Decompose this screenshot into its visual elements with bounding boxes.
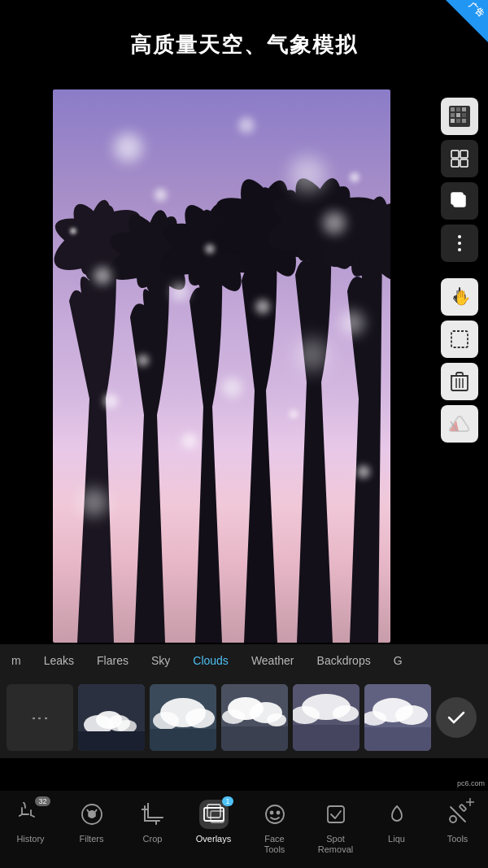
cloud-thumb-1-svg — [78, 684, 145, 751]
svg-rect-44 — [451, 159, 459, 167]
bottom-tool-tools[interactable]: Tools — [430, 799, 486, 844]
filter-sky[interactable]: Sky — [140, 644, 181, 677]
svg-rect-45 — [460, 159, 468, 167]
liquify-icon-container — [381, 799, 412, 830]
erase-button[interactable] — [441, 405, 478, 443]
title-area: 高质量天空、气象模拟 — [0, 0, 488, 89]
svg-point-49 — [458, 242, 461, 245]
svg-point-83 — [395, 705, 428, 725]
thumb-1[interactable] — [78, 684, 145, 751]
history-label: History — [16, 834, 44, 844]
liquify-icon — [386, 803, 408, 826]
svg-point-67 — [153, 712, 179, 730]
texture-button[interactable] — [441, 98, 478, 135]
bottom-toolbar: 32 History Filters Crop — [0, 791, 488, 868]
svg-rect-43 — [460, 150, 468, 158]
plus-icon — [465, 797, 475, 807]
history-icon-container: 32 — [15, 799, 46, 830]
svg-point-74 — [267, 713, 286, 726]
overlays-label: Overlays — [196, 834, 231, 844]
copy-button[interactable] — [441, 182, 478, 220]
svg-rect-64 — [78, 731, 145, 751]
filter-category-strip: m Leaks Flares Sky Clouds Weather Backdr… — [0, 644, 488, 677]
crop-label: Crop — [143, 834, 163, 844]
crop-icon-container — [137, 799, 168, 830]
main-canvas[interactable] — [53, 89, 390, 643]
history-badge: 32 — [35, 796, 50, 806]
tools-icon-container — [442, 799, 473, 830]
svg-point-63 — [117, 720, 137, 733]
bottom-tool-history[interactable]: 32 History — [3, 799, 59, 844]
watermark: pc6.com — [454, 778, 488, 789]
cloud-thumb-2-svg — [150, 684, 216, 751]
svg-rect-96 — [328, 806, 344, 822]
ad-badge-text: 广告 — [468, 1, 486, 19]
cloud-thumb-4-svg — [293, 684, 359, 751]
svg-rect-35 — [462, 107, 466, 111]
svg-line-97 — [451, 807, 465, 822]
svg-rect-85 — [364, 727, 431, 751]
right-toolbar: ✋ — [441, 98, 481, 443]
svg-rect-47 — [451, 193, 463, 204]
svg-rect-39 — [451, 119, 455, 123]
svg-point-95 — [277, 812, 279, 814]
move-button[interactable]: ✋ — [441, 278, 478, 316]
select-button[interactable] — [441, 321, 478, 358]
thumb-4[interactable] — [293, 684, 359, 751]
filter-m[interactable]: m — [0, 644, 33, 677]
svg-point-73 — [222, 709, 245, 724]
crop-icon — [142, 803, 164, 826]
thumb-5[interactable] — [364, 684, 431, 751]
bottom-tool-overlays[interactable]: 1 Overlays — [186, 799, 242, 844]
svg-rect-40 — [456, 119, 460, 123]
svg-rect-33 — [451, 107, 455, 111]
svg-rect-42 — [451, 150, 459, 158]
filter-clouds[interactable]: Clouds — [181, 644, 240, 677]
bottom-tool-filters[interactable]: Filters — [64, 799, 120, 844]
svg-point-93 — [266, 805, 284, 823]
thumb-3[interactable] — [221, 684, 288, 751]
bottom-tool-spot[interactable]: Spot Removal — [308, 799, 364, 854]
confirm-button[interactable] — [436, 697, 477, 738]
svg-point-68 — [185, 709, 215, 728]
svg-rect-80 — [293, 725, 359, 751]
more-dots-icon: ⋮ — [29, 709, 50, 726]
sky-background — [53, 89, 390, 643]
svg-rect-38 — [462, 113, 466, 117]
face-label: Face — [264, 834, 284, 844]
overlays-icon-container: 1 — [198, 799, 229, 830]
bottom-tool-liquify[interactable]: Liqu — [369, 799, 425, 844]
liquify-label: Liqu — [388, 834, 405, 844]
spot-label2: Removal — [318, 844, 353, 854]
face-label2: Tools — [264, 844, 285, 854]
filters-icon — [80, 802, 104, 827]
delete-button[interactable] — [441, 363, 478, 400]
filter-g[interactable]: G — [382, 644, 414, 677]
thumb-more[interactable]: ⋮ — [7, 684, 73, 751]
svg-point-99 — [450, 816, 456, 822]
svg-rect-34 — [456, 107, 460, 111]
filters-label: Filters — [80, 834, 104, 844]
bottom-tool-face[interactable]: Face Tools — [247, 799, 303, 854]
grid-button[interactable] — [441, 140, 478, 177]
svg-point-50 — [458, 248, 461, 251]
filters-icon-container — [76, 799, 107, 830]
spot-icon-container — [320, 799, 351, 830]
svg-point-79 — [333, 705, 359, 722]
filter-flares[interactable]: Flares — [85, 644, 140, 677]
svg-rect-36 — [451, 113, 455, 117]
svg-rect-52 — [451, 331, 468, 347]
filter-weather[interactable]: Weather — [240, 644, 306, 677]
filter-backdrops[interactable]: Backdrops — [306, 644, 382, 677]
cloud-thumb-5-svg — [364, 684, 431, 751]
thumb-2[interactable] — [150, 684, 216, 751]
more-options-button[interactable] — [441, 225, 478, 262]
page-title: 高质量天空、气象模拟 — [130, 31, 358, 59]
thumbnail-strip: ⋮ — [0, 677, 488, 758]
filter-leaks[interactable]: Leaks — [33, 644, 85, 677]
svg-line-87 — [31, 815, 34, 817]
bottom-tool-crop[interactable]: Crop — [125, 799, 181, 844]
svg-text:✋: ✋ — [453, 289, 470, 307]
svg-rect-41 — [462, 119, 466, 123]
svg-rect-69 — [150, 729, 216, 751]
